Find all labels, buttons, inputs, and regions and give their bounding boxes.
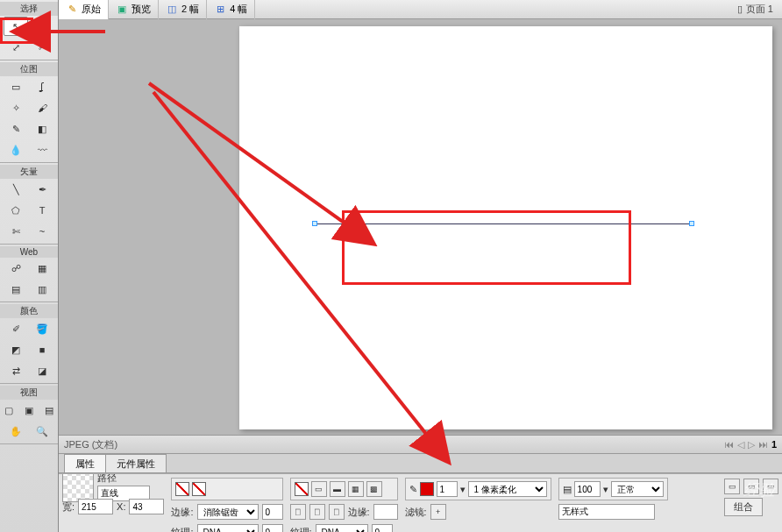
tool-screen2[interactable]: ▣ — [20, 401, 39, 420]
tab-properties[interactable]: 属性 — [64, 454, 106, 472]
selection-handle-left[interactable] — [312, 221, 317, 226]
fill-none-icon[interactable] — [192, 482, 206, 496]
blend-mode-select[interactable]: 正常 — [611, 481, 664, 497]
edge-label: 边缘: — [171, 506, 193, 519]
tool-wand[interactable]: ✧ — [4, 98, 28, 117]
tool-subselect[interactable]: ⬉ — [30, 17, 54, 36]
tool-eraser[interactable]: ◧ — [30, 119, 54, 138]
fill-swatch-icon[interactable] — [175, 482, 189, 496]
add-filter-button[interactable]: + — [430, 504, 446, 520]
panel-btn-3[interactable]: ▭ — [763, 479, 778, 494]
tool-marquee[interactable]: ▭ — [4, 77, 28, 96]
tool-fill-swatch[interactable]: ■ — [30, 340, 54, 359]
tab-preview[interactable]: ▣ 预览 — [109, 0, 159, 19]
group-label[interactable]: 组合 — [724, 498, 763, 516]
edge-btn-2[interactable]: ⎕ — [309, 504, 325, 520]
tool-zoom[interactable]: 🔍 — [30, 422, 54, 441]
stroke-style-c[interactable]: ▦ — [348, 481, 364, 497]
split-4-icon: ⊞ — [214, 4, 226, 16]
pencil-icon: ✎ — [66, 4, 78, 16]
panel-btn-2[interactable]: ▭ — [743, 479, 759, 494]
stroke-width-input[interactable] — [437, 481, 458, 497]
stroke-style-b[interactable]: ▬ — [330, 481, 345, 497]
toolbox-section-title: 选择 — [0, 2, 58, 16]
edge2-input[interactable] — [373, 504, 398, 520]
antialias-amount[interactable] — [262, 504, 283, 520]
opacity-icon: ▤ — [563, 484, 572, 495]
texture2-label: 纹理: — [290, 526, 312, 533]
tool-brush[interactable]: 🖌 — [30, 98, 54, 117]
prev-page-icon[interactable]: ◁ — [737, 439, 744, 450]
tab-label: 4 幅 — [230, 3, 247, 16]
tool-screen3[interactable]: ▤ — [39, 401, 58, 420]
tab-element-properties[interactable]: 元件属性 — [105, 454, 167, 472]
tool-pointer[interactable]: ↖ — [4, 17, 28, 36]
object-type-label: 路径 — [97, 473, 150, 485]
tool-text[interactable]: T — [30, 201, 54, 220]
panel-btn-1[interactable]: ▭ — [724, 479, 740, 494]
drawn-line-object[interactable] — [315, 223, 692, 224]
stroke-style-d[interactable]: ▩ — [366, 481, 382, 497]
antialias-select[interactable]: 消除锯齿 — [197, 504, 259, 520]
dropdown-icon[interactable]: ▾ — [460, 484, 466, 495]
opacity-input[interactable] — [574, 481, 601, 497]
dropdown-icon[interactable]: ▾ — [603, 484, 608, 495]
tool-eyedropper[interactable]: ✐ — [4, 319, 28, 338]
next-page-icon[interactable]: ▷ — [748, 439, 755, 450]
tool-lasso[interactable]: ʆ — [30, 77, 54, 96]
texture2-select[interactable]: DNA — [316, 524, 368, 532]
edge2-label: 边缘: — [348, 506, 370, 519]
tool-scale[interactable]: ⤢ — [4, 38, 28, 57]
tab-4up[interactable]: ⊞ 4 幅 — [207, 0, 255, 19]
toolbox-section-title: 位图 — [0, 62, 58, 76]
tool-hide[interactable]: ▤ — [4, 280, 28, 299]
edge-btn-3[interactable]: ⎕ — [329, 504, 345, 520]
toolbox-section-title: Web — [0, 246, 58, 258]
canvas-area[interactable] — [59, 19, 782, 435]
tab-original[interactable]: ✎ 原始 — [59, 0, 109, 19]
tool-knife[interactable]: ✄ — [4, 222, 28, 241]
tool-crop[interactable]: ✂ — [30, 38, 54, 57]
tool-hotspot[interactable]: ☍ — [4, 259, 28, 278]
selection-handle-right[interactable] — [689, 221, 694, 226]
first-page-icon[interactable]: ⏮ — [724, 439, 734, 450]
stroke-none-icon[interactable] — [295, 482, 309, 496]
tool-slice[interactable]: ▦ — [30, 259, 54, 278]
tool-show[interactable]: ▥ — [30, 280, 54, 299]
texture2-amount[interactable] — [372, 524, 393, 532]
width-input[interactable] — [78, 499, 113, 514]
x-label: X: — [117, 501, 125, 512]
tool-bucket[interactable]: 🪣 — [30, 319, 54, 338]
toolbox-section-title: 视图 — [0, 386, 58, 400]
page-label: 页面 1 — [746, 3, 773, 16]
style-input[interactable] — [558, 504, 655, 520]
tool-hand[interactable]: ✋ — [4, 422, 28, 441]
tool-pencil[interactable]: ✎ — [4, 119, 28, 138]
canvas-page[interactable] — [239, 26, 772, 429]
view-tabs-bar: ✎ 原始 ▣ 预览 ◫ 2 幅 ⊞ 4 幅 ▯ 页面 1 — [59, 0, 782, 19]
tool-default[interactable]: ◪ — [30, 361, 54, 380]
width-label: 宽: — [62, 500, 75, 514]
tool-freeform[interactable]: ~ — [30, 222, 54, 241]
last-page-icon[interactable]: ⏭ — [758, 439, 768, 450]
tool-polygon[interactable]: ⬠ — [4, 201, 28, 220]
page-nav: ⏮ ◁ ▷ ⏭ 1 — [724, 439, 777, 450]
stroke-color-swatch[interactable] — [420, 482, 434, 496]
tool-line[interactable]: ╲ — [4, 180, 28, 199]
tool-smudge[interactable]: 〰 — [30, 140, 54, 160]
texture-amount[interactable] — [262, 524, 283, 532]
stroke-style-a[interactable]: ▭ — [311, 481, 327, 497]
tool-blur[interactable]: 💧 — [4, 140, 28, 160]
tool-swap[interactable]: ⇄ — [4, 361, 28, 380]
page-indicator[interactable]: ▯ 页面 1 — [729, 3, 782, 16]
stroke-color-group: ✎ ▾ 1 像素柔化 — [405, 478, 551, 500]
tool-screen1[interactable]: ▢ — [0, 401, 18, 420]
edge-btn-1[interactable]: ⎕ — [290, 504, 306, 520]
tool-stroke-swatch[interactable]: ◩ — [4, 340, 28, 359]
stroke-type-select[interactable]: 1 像素柔化 — [468, 481, 547, 497]
filter-label: 滤镜: — [405, 506, 427, 519]
texture-select[interactable]: DNA — [197, 524, 259, 532]
x-input[interactable] — [129, 499, 164, 514]
tab-2up[interactable]: ◫ 2 幅 — [159, 0, 207, 19]
tool-pen[interactable]: ✒ — [30, 180, 54, 199]
